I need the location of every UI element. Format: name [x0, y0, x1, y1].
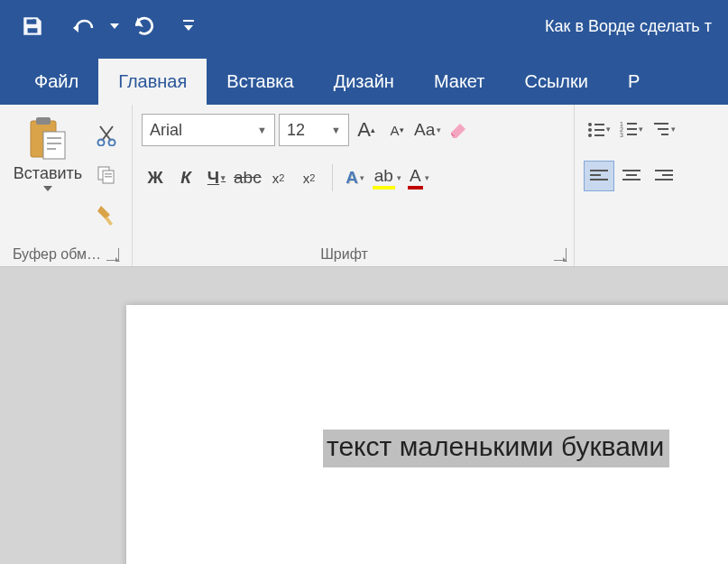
save-button[interactable]	[16, 10, 49, 42]
svg-rect-34	[622, 179, 640, 180]
svg-rect-26	[654, 123, 668, 125]
svg-rect-31	[590, 179, 608, 180]
svg-rect-21	[627, 123, 637, 125]
svg-rect-35	[655, 170, 673, 171]
svg-rect-32	[622, 170, 640, 171]
numbering-icon: 123	[620, 121, 638, 137]
svg-rect-1	[183, 20, 194, 22]
align-right-button[interactable]	[649, 161, 679, 191]
svg-text:3: 3	[620, 132, 623, 137]
undo-dropdown[interactable]	[106, 10, 123, 42]
tab-layout[interactable]: Макет	[414, 59, 505, 105]
bullets-button[interactable]	[584, 114, 614, 144]
ribbon-tabs: Файл Главная Вставка Дизайн Макет Ссылки…	[0, 52, 728, 105]
paste-icon	[27, 116, 69, 162]
tab-insert[interactable]: Вставка	[207, 59, 313, 105]
svg-rect-23	[627, 128, 637, 130]
svg-point-18	[588, 134, 592, 137]
multilevel-icon	[652, 121, 670, 137]
superscript-button[interactable]: x2	[296, 162, 323, 193]
multilevel-list-button[interactable]	[649, 114, 679, 144]
group-clipboard: Вставить Буфер обм…	[0, 105, 133, 266]
document-page[interactable]: текст маленькими буквами	[126, 305, 728, 564]
font-size-combo[interactable]: 12 ▼	[279, 114, 349, 146]
chevron-down-icon: ▼	[331, 125, 341, 135]
copy-button[interactable]	[92, 161, 121, 190]
text-effects-button[interactable]: A	[342, 162, 369, 193]
svg-rect-5	[47, 137, 61, 139]
svg-rect-0	[32, 19, 35, 23]
eraser-icon	[447, 120, 469, 140]
group-paragraph: 123	[575, 105, 728, 266]
svg-rect-37	[655, 179, 673, 180]
italic-button[interactable]: К	[172, 162, 199, 193]
svg-rect-28	[661, 134, 668, 135]
copy-icon	[97, 165, 116, 185]
tab-references[interactable]: Ссылки	[504, 59, 607, 105]
svg-rect-27	[658, 128, 668, 130]
bullets-icon	[587, 121, 605, 137]
undo-button[interactable]	[69, 10, 101, 42]
align-right-icon	[655, 169, 673, 183]
font-launcher[interactable]	[554, 248, 567, 261]
selected-text[interactable]: текст маленькими буквами	[323, 430, 669, 467]
svg-point-8	[98, 140, 105, 146]
group-clipboard-label: Буфер обм…	[13, 246, 101, 263]
tab-partial[interactable]: Р	[608, 59, 643, 105]
document-workspace: текст маленькими буквами	[0, 267, 728, 564]
tab-file[interactable]: Файл	[14, 59, 98, 105]
chevron-down-icon: ▼	[257, 125, 267, 135]
svg-rect-19	[594, 134, 604, 136]
scissors-icon	[97, 125, 116, 146]
ribbon: Вставить Буфер обм…	[0, 105, 728, 267]
qat-customize[interactable]	[180, 10, 197, 42]
font-color-button[interactable]: A	[405, 162, 432, 193]
format-painter-button[interactable]	[92, 201, 121, 230]
font-size-value: 12	[287, 121, 305, 140]
bold-button[interactable]: Ж	[142, 162, 169, 193]
title-bar: Как в Ворде сделать т	[0, 0, 728, 52]
paste-button[interactable]: Вставить	[7, 110, 88, 241]
change-case-button[interactable]: Aa	[414, 115, 441, 145]
subscript-button[interactable]: x2	[265, 162, 292, 193]
svg-rect-30	[590, 174, 601, 176]
font-family-combo[interactable]: Arial ▼	[142, 114, 275, 146]
redo-button[interactable]	[128, 10, 161, 42]
tab-design[interactable]: Дизайн	[314, 59, 414, 105]
quick-access-toolbar	[16, 10, 197, 42]
grow-font-button[interactable]: A▴	[353, 115, 380, 145]
svg-rect-4	[43, 132, 65, 159]
svg-rect-12	[105, 173, 112, 175]
svg-rect-3	[36, 117, 51, 125]
svg-rect-6	[47, 143, 61, 144]
align-center-icon	[622, 169, 640, 183]
svg-rect-17	[594, 129, 604, 131]
font-family-value: Arial	[150, 121, 182, 140]
svg-rect-15	[594, 124, 604, 125]
group-font: Arial ▼ 12 ▼ A▴ A▾ Aa Ж К Ч abc x2	[133, 105, 575, 266]
brush-icon	[96, 204, 117, 227]
highlight-button[interactable]: ab	[373, 162, 401, 193]
svg-rect-13	[105, 176, 112, 178]
group-font-label: Шрифт	[320, 246, 368, 263]
chevron-down-icon	[43, 185, 52, 192]
align-left-icon	[590, 169, 608, 183]
underline-button[interactable]: Ч	[203, 162, 230, 193]
paste-label: Вставить	[14, 164, 82, 183]
cut-button[interactable]	[92, 121, 121, 150]
svg-rect-36	[662, 174, 673, 176]
clear-formatting-button[interactable]	[445, 115, 472, 145]
svg-rect-7	[47, 148, 56, 150]
svg-point-9	[109, 140, 115, 146]
svg-rect-29	[590, 170, 608, 171]
clipboard-launcher[interactable]	[106, 248, 119, 261]
align-left-button[interactable]	[584, 161, 614, 191]
strikethrough-button[interactable]: abc	[234, 162, 262, 193]
numbering-button[interactable]: 123	[616, 114, 647, 144]
svg-point-14	[588, 123, 592, 126]
tab-home[interactable]: Главная	[98, 59, 207, 105]
shrink-font-button[interactable]: A▾	[383, 115, 410, 145]
document-title: Как в Ворде сделать т	[545, 17, 712, 36]
svg-rect-25	[627, 134, 637, 135]
align-center-button[interactable]	[616, 161, 647, 191]
